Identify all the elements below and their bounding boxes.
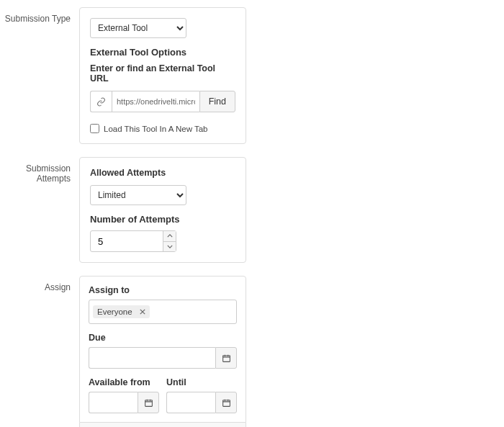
attempts-step-down[interactable] [163,242,176,252]
assign-label: Assign [0,276,79,292]
submission-type-panel: External Tool External Tool Options Ente… [79,7,246,144]
until-label: Until [166,377,237,387]
load-new-tab-checkbox[interactable] [90,124,99,133]
assign-to-label: Assign to [89,285,237,295]
available-from-label: Available from [89,377,159,387]
find-button[interactable]: Find [199,91,235,112]
submission-attempts-panel: Allowed Attempts Limited Number of Attem… [79,157,246,263]
allowed-attempts-select[interactable]: Limited [90,185,186,205]
svg-rect-0 [222,355,230,361]
assign-panel: Assign to Everyone Due Available from [79,276,246,423]
until-calendar-button[interactable] [215,392,237,413]
due-calendar-button[interactable] [215,347,237,369]
add-assign-button[interactable]: + Add [79,423,246,427]
available-from-input[interactable] [89,392,138,413]
submission-attempts-label: Submission Attempts [0,157,79,184]
submission-type-select[interactable]: External Tool [90,18,186,38]
number-of-attempts-heading: Number of Attempts [90,214,235,225]
calendar-icon [222,398,231,408]
chevron-up-icon [167,234,173,238]
assign-to-token-remove[interactable] [140,309,145,315]
svg-rect-1 [145,400,152,406]
assign-to-input[interactable]: Everyone [89,300,237,324]
chevron-down-icon [167,245,173,248]
attempts-step-up[interactable] [163,231,176,242]
calendar-icon [222,354,231,363]
submission-type-label: Submission Type [0,7,79,24]
available-from-calendar-button[interactable] [138,392,159,413]
external-tool-url-input[interactable] [112,91,199,112]
assign-to-token-label: Everyone [97,307,132,316]
due-input[interactable] [89,347,215,369]
calendar-icon [144,398,153,408]
load-new-tab-label: Load This Tool In A New Tab [104,125,208,133]
load-new-tab-row[interactable]: Load This Tool In A New Tab [90,124,235,133]
link-icon [90,91,112,112]
allowed-attempts-heading: Allowed Attempts [90,168,235,178]
due-label: Due [89,333,237,343]
until-input[interactable] [166,392,215,413]
svg-rect-2 [222,400,230,406]
external-tool-options-heading: External Tool Options [90,47,235,58]
external-tool-url-heading: Enter or find an External Tool URL [90,63,235,84]
close-icon [140,309,145,315]
assign-to-token: Everyone [93,305,150,318]
